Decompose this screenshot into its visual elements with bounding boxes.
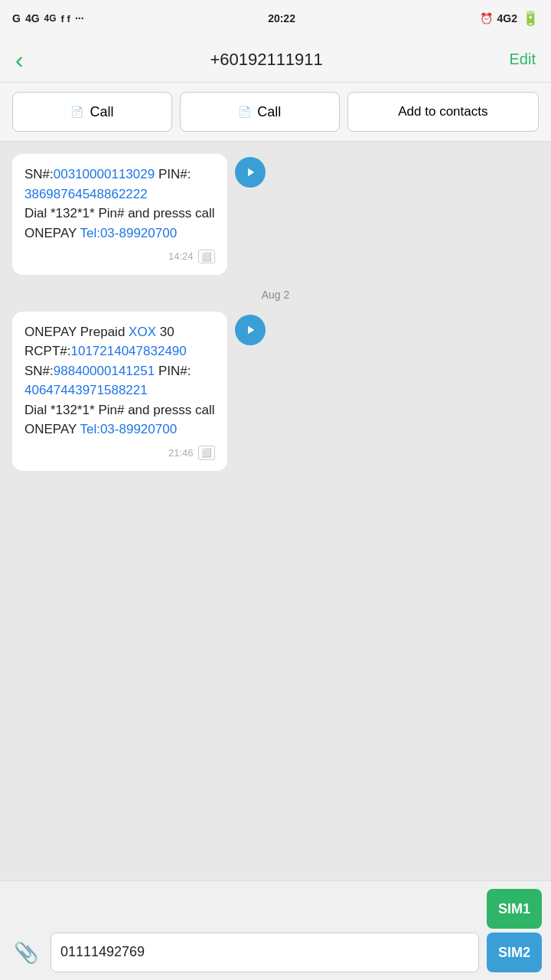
add-contact-button[interactable]: Add to contacts — [347, 92, 539, 132]
back-button[interactable]: ‹ — [15, 47, 24, 72]
msg2-forward-button[interactable] — [235, 315, 266, 345]
msg1-forward-button[interactable] — [235, 157, 266, 188]
sim-send-buttons: SIM1 SIM2 — [487, 889, 542, 972]
action-bar: 📄 Call 📄 Call Add to contacts — [0, 83, 551, 142]
signal-text: G — [12, 12, 21, 24]
status-bar: G 4G 4G f f ··· 20:22 ⏰ 4G2 🔋 — [0, 0, 551, 37]
sim2-doc-icon: 📄 — [238, 106, 251, 118]
message-2-wrap: ONEPAY Prepaid XOX 30 RCPT#:101721404783… — [12, 312, 539, 472]
msg2-xox-link[interactable]: XOX — [129, 325, 156, 339]
network-status: 4G2 — [497, 12, 517, 24]
message-2-bubble: ONEPAY Prepaid XOX 30 RCPT#:101721404783… — [12, 312, 227, 472]
msg1-tel-link[interactable]: Tel:03-89920700 — [80, 226, 177, 240]
message-1-bubble: SN#:00310000113029 PIN#: 386987645488622… — [12, 154, 227, 275]
time-display: 20:22 — [268, 12, 295, 24]
msg2-pin-label: PIN#: — [158, 364, 191, 378]
msg2-rcpt-link[interactable]: 1017214047832490 — [70, 344, 186, 358]
msg1-sim-badge: ⬜ — [198, 250, 215, 264]
status-left: G 4G 4G f f ··· — [12, 12, 84, 24]
status-right: ⏰ 4G2 🔋 — [480, 10, 539, 27]
msg1-dial-text: Dial *132*1* Pin# and presss call — [24, 206, 215, 220]
sim1-doc-icon: 📄 — [70, 106, 83, 118]
msg2-amount: 30 — [156, 325, 174, 339]
send-sim2-button[interactable]: SIM2 — [487, 933, 542, 972]
signal-4g-2: 4G — [44, 13, 57, 24]
battery-icon: 🔋 — [522, 10, 539, 27]
attach-button[interactable]: 📎 — [9, 933, 43, 972]
fb-icons: f f — [61, 13, 70, 24]
call-sim1-label: Call — [90, 104, 113, 120]
msg2-pin-link[interactable]: 40647443971588221 — [24, 383, 148, 397]
signal-4g-1: 4G — [25, 12, 40, 24]
msg1-onepay-label: ONEPAY — [24, 226, 80, 240]
paperclip-icon: 📎 — [14, 941, 38, 965]
msg1-pin-link[interactable]: 38698764548862222 — [24, 187, 148, 201]
alarm-icon: ⏰ — [480, 12, 493, 24]
call-sim2-label: Call — [257, 104, 281, 120]
msg1-pin-label: PIN#: — [158, 167, 191, 181]
msg2-onepay-label: ONEPAY — [24, 422, 80, 436]
msg2-rcpt-label: RCPT#: — [24, 344, 70, 358]
message-1-wrap: SN#:00310000113029 PIN#: 386987645488622… — [12, 154, 539, 275]
msg1-sn-link[interactable]: 00310000113029 — [54, 167, 155, 181]
msg2-sn-label: SN#: — [24, 364, 54, 378]
dots-icon: ··· — [75, 12, 84, 24]
msg1-sn-label: SN#: — [24, 167, 54, 181]
compose-bar: 📎 01111492769 SIM1 SIM2 — [0, 880, 551, 980]
msg1-timestamp: 14:24 ⬜ — [24, 249, 215, 264]
msg2-timestamp: 21:46 ⬜ — [24, 446, 215, 461]
msg2-sim-badge: ⬜ — [198, 446, 215, 460]
msg2-onepay-prepaid: ONEPAY Prepaid — [24, 325, 129, 339]
header: ‹ +60192111911 Edit — [0, 37, 551, 83]
messages-area: SN#:00310000113029 PIN#: 386987645488622… — [0, 142, 551, 880]
send-sim1-button[interactable]: SIM1 — [487, 889, 542, 929]
msg2-dial-text: Dial *132*1* Pin# and presss call — [24, 403, 215, 417]
compose-input[interactable]: 01111492769 — [51, 933, 479, 972]
msg2-tel-link[interactable]: Tel:03-89920700 — [80, 422, 177, 436]
add-contact-label: Add to contacts — [398, 104, 487, 119]
msg2-sn-link[interactable]: 98840000141251 — [54, 364, 155, 378]
date-separator-aug2: Aug 2 — [12, 289, 539, 301]
call-sim1-button[interactable]: 📄 Call — [12, 92, 172, 132]
edit-button[interactable]: Edit — [510, 51, 536, 68]
phone-number-title: +60192111911 — [210, 50, 322, 70]
call-sim2-button[interactable]: 📄 Call — [180, 92, 340, 132]
